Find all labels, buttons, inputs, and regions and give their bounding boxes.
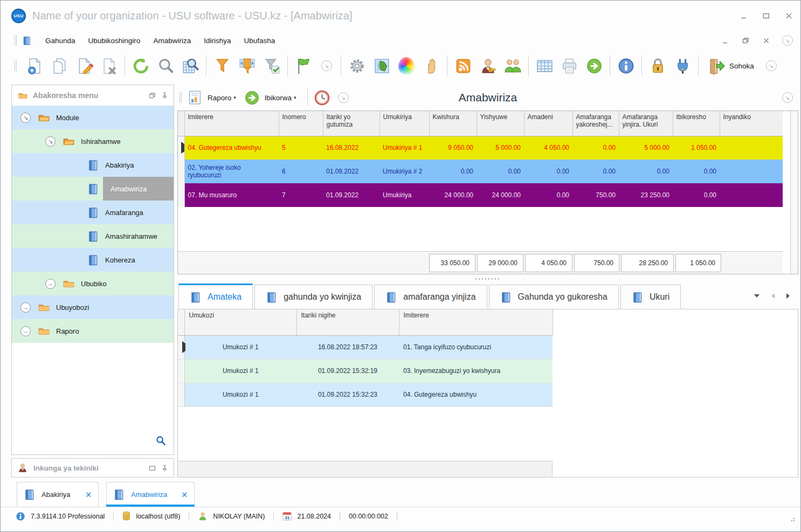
menu-amabwiriza[interactable]: Amabwiriza [147, 33, 197, 48]
tab-scroll-right-icon[interactable] [786, 293, 790, 299]
cell[interactable]: 04. Gutegereza ubwishyu [184, 136, 279, 160]
cell[interactable]: Umukiriya [379, 183, 429, 207]
tree-item-abakiriya[interactable]: Abakiriya [12, 153, 174, 177]
filter-apply-button[interactable] [259, 53, 284, 79]
close-tab-icon[interactable]: ✕ [85, 490, 92, 499]
filter-columns-button[interactable] [234, 53, 259, 79]
panel-pin-icon[interactable] [161, 92, 168, 99]
table-row[interactable]: 07. Mu musaruro 7 01.09.2022 Umukiriya 2… [178, 183, 783, 207]
col-inomero[interactable]: Inomero [279, 111, 323, 136]
search-button[interactable] [153, 53, 178, 79]
new-record-button[interactable] [22, 53, 47, 79]
menubar-overflow-icon[interactable]: ↘ [782, 35, 793, 46]
support-pin-icon[interactable] [161, 465, 168, 472]
toolbar-overflow-2-icon[interactable]: ↘ [766, 60, 777, 71]
cell[interactable]: 5 000.00 [619, 136, 673, 160]
window-tab-abakiriya[interactable]: Abakiriya ✕ [17, 482, 99, 507]
timer-button[interactable] [311, 86, 334, 109]
tree-item-amabwiriza-selected[interactable]: Amabwiriza [12, 177, 174, 201]
info-button[interactable] [613, 53, 638, 79]
detail-toolbar-grip[interactable] [179, 92, 182, 103]
go-button[interactable] [582, 53, 606, 79]
cell[interactable] [720, 160, 783, 183]
tree-item-amashirahamwe[interactable]: Amashirahamwe [12, 224, 174, 248]
toolbar-overflow-1-icon[interactable]: ↘ [321, 60, 332, 71]
tab-ukuri[interactable]: Ukuri [620, 285, 681, 309]
settings-button[interactable] [344, 53, 369, 79]
lock-button[interactable] [645, 53, 670, 79]
table-row[interactable]: 04. Gutegereza ubwishyu 5 16.08.2022 Umu… [178, 136, 783, 160]
tree-item-amafaranga[interactable]: Amafaranga [12, 201, 174, 224]
col-yakoreshej[interactable]: Amafaranga yakoreshej... [572, 111, 619, 136]
search-in-table-button[interactable] [178, 53, 203, 79]
toolbar-grip[interactable] [15, 60, 17, 71]
maximize-icon[interactable] [762, 11, 770, 20]
copy-record-button[interactable] [47, 53, 72, 79]
raporo-button[interactable]: Raporo▾ [187, 89, 244, 106]
table-row[interactable]: 02. Yohereje isoko ryubucuruzi 6 01.09.2… [178, 160, 783, 183]
table-row[interactable]: Umukozi # 1 16.08.2022 18:57:23 01. Tang… [178, 335, 553, 359]
cell[interactable]: 03. Inyemezabuguzi yo kwishyura [399, 359, 553, 383]
panel-restore-icon[interactable] [149, 92, 156, 99]
feed-button[interactable] [451, 53, 475, 79]
cell[interactable]: 0.00 [429, 160, 477, 183]
ibikorwa-button[interactable]: Ibikorwa▾ [244, 89, 304, 106]
tree-search-icon[interactable] [156, 436, 166, 448]
window-tab-amabwiriza[interactable]: Amabwiriza ✕ [106, 482, 195, 507]
cell[interactable]: Umukiriya # 1 [379, 136, 429, 160]
cell[interactable]: 01.09.2022 15:32:19 [296, 359, 399, 383]
col-itariki-nigihe[interactable]: Itariki nigihe [296, 309, 399, 335]
col-amadeni[interactable]: Amadeni [524, 111, 572, 136]
cell[interactable]: 04. Gutegereza ubwishyu [399, 383, 553, 406]
cell[interactable]: 4 050.00 [524, 136, 572, 160]
tree-item-kohereza[interactable]: Kohereza [12, 248, 174, 272]
tree-item-module[interactable]: ↘ Module [12, 106, 174, 129]
cell[interactable]: 01. Tanga icyifuzo cyubucuruzi [399, 335, 553, 359]
col-inyandiko[interactable]: Inyandiko [720, 111, 783, 136]
tab-scroll-left-icon[interactable] [771, 293, 775, 299]
edit-record-button[interactable] [72, 53, 96, 79]
cell[interactable]: 01.09.2022 15:32:23 [296, 383, 399, 406]
tree-item-ishirahamwe[interactable]: ↘ Ishirahamwe [12, 129, 174, 153]
cell[interactable]: 16.08.2022 [323, 136, 379, 160]
cell[interactable]: 0.00 [524, 160, 572, 183]
resize-grip[interactable] [791, 516, 796, 522]
tree-item-ububiko[interactable]: → Ububiko [12, 272, 174, 295]
col-umukozi[interactable]: Umukozi [184, 309, 296, 335]
user-access-button[interactable] [475, 53, 500, 79]
cell[interactable]: 02. Yohereje isoko ryubucuruzi [184, 160, 279, 183]
filter-button[interactable] [210, 53, 234, 79]
col-umukiriya[interactable]: Umukiriya [379, 111, 429, 136]
cell[interactable]: Umukozi # 1 [184, 359, 296, 383]
tab-amateka[interactable]: Amateka [178, 284, 253, 309]
cell[interactable]: Umukozi # 1 [184, 383, 296, 406]
cell[interactable] [720, 136, 783, 160]
tab-list-dropdown-icon[interactable] [754, 294, 759, 298]
cell[interactable]: 24 000.00 [429, 183, 477, 207]
table-view-button[interactable] [532, 53, 557, 79]
tree-item-ubuyobozi[interactable]: → Ubuyobozi [12, 295, 174, 319]
cell[interactable]: 16.08.2022 18:57:23 [296, 335, 399, 359]
menu-gahunda[interactable]: Gahunda [39, 33, 82, 48]
cell[interactable]: 1 050.00 [673, 136, 720, 160]
table-row[interactable]: Umukozi # 1 01.09.2022 15:32:19 03. Inye… [178, 359, 553, 383]
tree-item-raporo[interactable]: → Raporo [12, 319, 174, 343]
flag-button[interactable] [291, 53, 316, 79]
print-button[interactable] [557, 53, 582, 79]
cell[interactable]: 6 [279, 160, 323, 183]
cell[interactable]: 0.00 [572, 160, 619, 183]
cell[interactable] [720, 183, 783, 207]
col-itariki[interactable]: Itariki yo gutumiza [323, 111, 379, 136]
cell[interactable]: Umukiriya # 2 [379, 160, 429, 183]
hand-button[interactable] [419, 53, 444, 79]
cell[interactable]: 0.00 [673, 160, 720, 183]
colors-button[interactable] [394, 53, 419, 79]
detail-overflow-icon[interactable]: ↘ [338, 92, 349, 103]
support-restore-icon[interactable] [149, 465, 156, 472]
mdi-minimize-icon[interactable] [721, 36, 729, 45]
menu-ububikoshingiro[interactable]: Ububikoshingiro [82, 33, 147, 48]
close-icon[interactable] [784, 11, 793, 20]
col-kwishura[interactable]: Kwishura [429, 111, 477, 136]
cell[interactable]: 24 000.00 [477, 183, 524, 207]
menu-grip[interactable] [15, 35, 17, 46]
